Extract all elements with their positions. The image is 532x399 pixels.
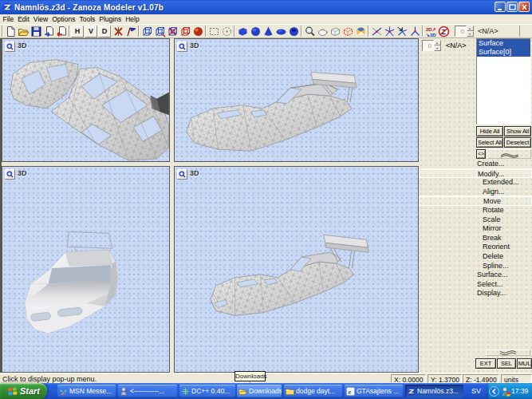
menu-view[interactable]: View [31,14,49,24]
panel-spinner-up[interactable] [434,40,441,45]
ext-button[interactable]: EXT [475,358,496,369]
menu-file[interactable]: File [1,14,16,24]
panel-selector[interactable]: <N/A> [446,41,467,49]
panel-spinner[interactable]: 0 [422,40,441,51]
close-button[interactable] [518,2,530,12]
taskbar-task-4[interactable]: Downloads [237,385,282,397]
panel-spinner-value[interactable]: 0 [422,40,434,51]
menu-plugins[interactable]: Plugins [97,14,124,24]
save-floppy-button[interactable] [30,25,42,38]
surface-list-item[interactable]: Surface[0] [477,48,530,57]
menu-options[interactable]: Options [50,14,77,24]
viewport-menu-button[interactable] [177,169,187,180]
taskbar-task-7[interactable]: Namnlös.z3... [405,385,463,397]
menu-tools[interactable]: Tools [77,14,97,24]
primitive-sphere-button[interactable] [249,25,262,38]
command-modify[interactable]: Modify... [419,169,532,179]
menu-help[interactable]: Help [124,14,141,24]
toolbar-selector[interactable]: <N/A> [478,26,520,37]
surface-list[interactable]: SurfaceSurface[0] [476,38,531,124]
taskbar-task-5[interactable]: dodge dayt... [284,385,342,397]
export-file-button[interactable] [55,25,68,38]
vertex-cut-button[interactable] [370,25,383,38]
white-box-button[interactable] [329,25,341,38]
vertex-axis-button[interactable] [408,25,421,38]
viewport-bottom-left[interactable]: 3D [2,166,170,373]
primitive-ellipsoid-button[interactable] [274,25,287,38]
toolbar-spinner-up[interactable] [467,26,474,31]
toolbar-spinner-down[interactable] [467,31,474,37]
view-d-button[interactable]: D [98,26,111,38]
material-sphere-button[interactable] [191,25,204,38]
mode-2d3d-button[interactable]: 2D↗↘3D [424,25,437,38]
xp-security-icon[interactable] [501,386,510,397]
viewport-top-left[interactable]: 3D [2,38,170,162]
show-all-button[interactable]: Show All [504,126,531,136]
swap-button[interactable]: <> [476,149,486,159]
texture-sphere-button[interactable] [354,25,367,38]
viewport-bottom-right[interactable]: 3D [174,166,419,373]
command-delete[interactable]: Delete [419,252,532,262]
maximize-button[interactable] [506,2,518,12]
minimize-button[interactable] [495,2,506,12]
command-align[interactable]: Align... [419,188,532,197]
command-extended[interactable]: Extended... [419,178,532,188]
start-button[interactable]: Start [0,383,47,399]
primitive-torus-button[interactable] [287,25,300,38]
view-h-button[interactable]: H [71,26,84,38]
hide-vertices-button[interactable] [112,25,124,38]
select-circle-button[interactable] [220,25,233,38]
command-spline[interactable]: Spline... [419,262,532,271]
taskbar-task-3[interactable]: DC++ 0.40... [179,385,235,397]
viewport-top-right[interactable]: 3D [174,38,419,162]
vertex-lasso-button[interactable] [396,25,408,38]
taskbar-task-1[interactable]: MSN Messe... [57,385,116,397]
viewport-menu-button[interactable] [177,41,187,52]
command-display[interactable]: Display... [419,289,532,298]
mul-button[interactable]: MUL [517,358,532,369]
menu-edit[interactable]: Edit [16,14,32,24]
vertex-star-button[interactable] [383,25,396,38]
wire-box-copy-button[interactable] [153,25,166,38]
primitive-cone-button[interactable] [262,25,274,38]
hide-all-button[interactable]: Hide All [476,126,503,136]
toolbar-spinner[interactable]: 0 [455,26,474,37]
messenger-status-icon[interactable] [489,386,499,397]
command-surface[interactable]: Surface... [419,271,532,280]
spline-toggle-button[interactable] [487,149,531,159]
command-mirror[interactable]: Mirror [419,224,532,234]
view-v-button[interactable]: V [85,26,97,38]
import-file-button[interactable] [42,25,55,38]
viewport-menu-button[interactable] [5,169,15,180]
command-select[interactable]: Select... [419,280,532,290]
command-create[interactable]: Create... [419,160,532,169]
collapse-chevron-button[interactable] [486,350,530,356]
open-folder-button[interactable] [17,25,30,38]
command-scale[interactable]: Scale [419,215,532,225]
zanoza-badge-button[interactable]: Z [437,25,450,38]
surface-list-item[interactable]: Surface [477,39,530,48]
select-all-button[interactable]: Select All [476,137,503,148]
command-move[interactable]: Move [419,196,532,206]
select-rectangle-button[interactable] [207,25,220,38]
panel-spinner-down[interactable] [434,45,441,51]
deselect-button[interactable]: Deselect [504,137,531,148]
tray-language-indicator[interactable]: SV [469,385,483,397]
command-rotate[interactable]: Rotate [419,206,532,215]
zoom-magnifier-button[interactable] [303,25,316,38]
red-box-button[interactable] [179,25,191,38]
primitive-box-button[interactable] [236,25,249,38]
taskbar-task-2[interactable]: <-----------... [118,385,177,397]
texture-box-button[interactable] [341,25,354,38]
toolbar-spinner-value[interactable]: 0 [455,26,467,37]
taskbar-task-6[interactable]: eGTAsajtens ... [345,385,403,397]
command-reorient[interactable]: Reorient [419,243,532,252]
flag-select-button[interactable] [124,25,137,38]
viewport-menu-button[interactable] [5,41,15,52]
wire-box-delete-button[interactable] [166,25,179,38]
new-file-button[interactable] [4,25,17,38]
wire-box-move-button[interactable] [140,25,153,38]
sel-button[interactable]: SEL [497,358,516,369]
white-teapot-button[interactable] [316,25,329,38]
command-break[interactable]: Break [419,234,532,243]
